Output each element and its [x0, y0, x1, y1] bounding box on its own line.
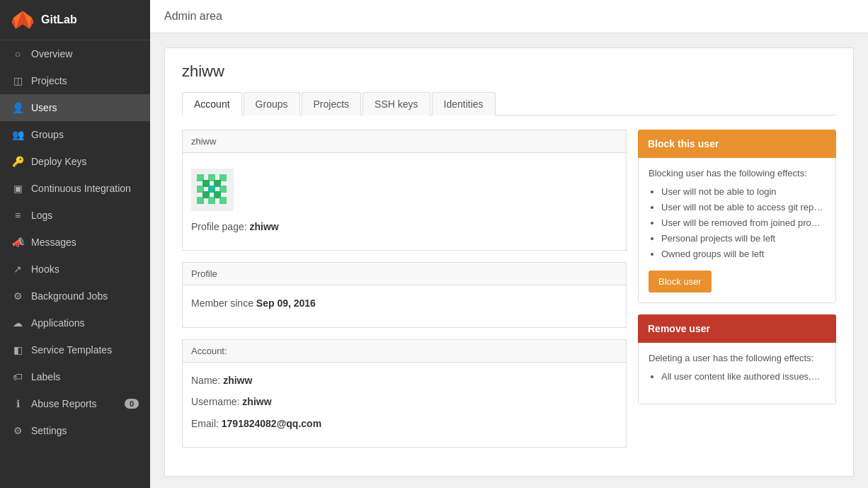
- email-row: Email: 1791824082@qq.com: [191, 416, 617, 431]
- content-area: zhiww Account Groups Projects SSH keys I…: [150, 33, 868, 488]
- avatar: [191, 169, 234, 211]
- sidebar-item-service-templates[interactable]: ◧ Service Templates: [0, 336, 150, 363]
- messages-icon: 📣: [11, 236, 24, 249]
- sidebar-label-settings: Settings: [31, 425, 67, 436]
- sidebar-item-ci[interactable]: ▣ Continuous Integration: [0, 175, 150, 202]
- tab-groups[interactable]: Groups: [244, 92, 300, 115]
- sidebar-item-deploy-keys[interactable]: 🔑 Deploy Keys: [0, 148, 150, 175]
- block-description: Blocking user has the following effects:: [649, 168, 826, 178]
- email-label: Email:: [191, 418, 219, 429]
- overview-icon: ○: [11, 47, 24, 60]
- tab-projects[interactable]: Projects: [302, 92, 362, 115]
- profile-page-label: Profile page:: [191, 221, 247, 232]
- sidebar-header: GitLab: [0, 0, 150, 40]
- user-title: zhiww: [182, 62, 836, 81]
- sidebar: GitLab ○ Overview ◫ Projects 👤 Users 👥 G…: [0, 0, 150, 488]
- sidebar-label-service-templates: Service Templates: [31, 344, 112, 356]
- sidebar-label-users: Users: [31, 102, 57, 113]
- sidebar-label-projects: Projects: [31, 75, 67, 86]
- sidebar-label-messages: Messages: [31, 237, 76, 248]
- profile-section-body: Member since Sep 09, 2016: [183, 285, 626, 327]
- sidebar-label-deploy-keys: Deploy Keys: [31, 156, 87, 167]
- profile-page-row: Profile page: zhiww: [191, 219, 617, 234]
- profile-section-header: Profile: [183, 263, 626, 285]
- block-effects-list: User will not be able to login User will…: [649, 184, 826, 262]
- sidebar-label-ci: Continuous Integration: [31, 183, 131, 194]
- block-effect-2: User will not be able to access git rep…: [661, 200, 826, 215]
- remove-description: Deleting a user has the following effect…: [649, 353, 826, 363]
- block-effect-1: User will not be able to login: [661, 184, 826, 200]
- user-card: zhiww Account Groups Projects SSH keys I…: [164, 47, 854, 477]
- sidebar-label-abuse-reports: Abuse Reports: [31, 398, 97, 409]
- member-since-date: Sep 09, 2016: [256, 297, 316, 309]
- tabs: Account Groups Projects SSH keys Identit…: [182, 92, 836, 115]
- sidebar-label-groups: Groups: [31, 129, 64, 140]
- sidebar-item-logs[interactable]: ≡ Logs: [0, 202, 150, 229]
- sidebar-label-overview: Overview: [31, 48, 72, 59]
- main-content: Admin area zhiww Account Groups Projects…: [150, 0, 868, 488]
- tab-identities[interactable]: Identities: [432, 92, 496, 115]
- remove-effects-list: All user content like authored issues,…: [649, 369, 826, 385]
- settings-icon: ⚙: [11, 424, 24, 437]
- projects-icon: ◫: [11, 74, 24, 87]
- svg-rect-20: [219, 197, 227, 204]
- info-section-header: Account:: [183, 340, 626, 363]
- sidebar-item-settings[interactable]: ⚙ Settings: [0, 417, 150, 444]
- sidebar-label-hooks: Hooks: [31, 263, 59, 275]
- app-title: GitLab: [41, 13, 77, 26]
- svg-rect-19: [208, 197, 215, 204]
- sidebar-item-labels[interactable]: 🏷 Labels: [0, 363, 150, 390]
- member-since-label: Member since: [191, 297, 253, 309]
- info-section: Account: Name: zhiww Username: zhiww: [182, 339, 627, 448]
- sidebar-item-users[interactable]: 👤 Users: [0, 94, 150, 121]
- sidebar-item-applications[interactable]: ☁ Applications: [0, 310, 150, 336]
- groups-icon: 👥: [11, 128, 24, 141]
- sidebar-item-hooks[interactable]: ↗ Hooks: [0, 256, 150, 283]
- sidebar-label-logs: Logs: [31, 210, 52, 221]
- account-section-body: Profile page: zhiww: [183, 153, 626, 250]
- name-row: Name: zhiww: [191, 373, 617, 388]
- labels-icon: 🏷: [11, 370, 24, 383]
- left-column: zhiww: [182, 130, 627, 459]
- ci-icon: ▣: [11, 182, 24, 195]
- remove-panel-header: Remove user: [638, 314, 836, 343]
- abuse-reports-icon: ℹ: [11, 397, 24, 410]
- sidebar-item-abuse-reports[interactable]: ℹ Abuse Reports 0: [0, 390, 150, 417]
- block-effect-4: Personal projects will be left: [661, 231, 826, 246]
- sidebar-label-background-jobs: Background Jobs: [31, 290, 108, 302]
- top-bar: Admin area: [150, 0, 868, 33]
- sidebar-item-groups[interactable]: 👥 Groups: [0, 121, 150, 148]
- sidebar-item-projects[interactable]: ◫ Projects: [0, 67, 150, 94]
- sidebar-item-overview[interactable]: ○ Overview: [0, 40, 150, 67]
- background-jobs-icon: ⚙: [11, 290, 24, 302]
- sidebar-nav: ○ Overview ◫ Projects 👤 Users 👥 Groups 🔑…: [0, 40, 150, 444]
- block-panel-body: Blocking user has the following effects:…: [638, 158, 836, 303]
- block-user-panel: Block this user Blocking user has the fo…: [638, 130, 836, 303]
- block-user-button[interactable]: Block user: [649, 271, 712, 293]
- sidebar-label-applications: Applications: [31, 317, 85, 329]
- block-panel-header: Block this user: [638, 130, 836, 158]
- username-value: zhiww: [242, 396, 271, 407]
- tab-ssh-keys[interactable]: SSH keys: [362, 92, 430, 115]
- abuse-reports-badge: 0: [125, 399, 139, 409]
- gitlab-logo: [11, 8, 34, 31]
- name-value: zhiww: [223, 375, 252, 386]
- logs-icon: ≡: [11, 209, 24, 222]
- right-column: Block this user Blocking user has the fo…: [638, 130, 836, 404]
- username-row: Username: zhiww: [191, 394, 617, 409]
- remove-user-panel: Remove user Deleting a user has the foll…: [638, 314, 836, 404]
- member-since-row: Member since Sep 09, 2016: [191, 295, 617, 311]
- username-label: Username:: [191, 396, 239, 407]
- tab-account[interactable]: Account: [182, 92, 242, 115]
- profile-name: zhiww: [250, 221, 279, 232]
- users-icon: 👤: [11, 101, 24, 114]
- remove-effect-1: All user content like authored issues,…: [661, 369, 826, 385]
- email-value: 1791824082@qq.com: [222, 418, 321, 429]
- remove-panel-body: Deleting a user has the following effect…: [638, 343, 836, 404]
- columns: zhiww: [182, 130, 836, 459]
- sidebar-item-messages[interactable]: 📣 Messages: [0, 229, 150, 256]
- sidebar-label-labels: Labels: [31, 371, 60, 382]
- page-title: Admin area: [164, 10, 222, 22]
- sidebar-item-background-jobs[interactable]: ⚙ Background Jobs: [0, 283, 150, 310]
- name-label: Name:: [191, 375, 220, 386]
